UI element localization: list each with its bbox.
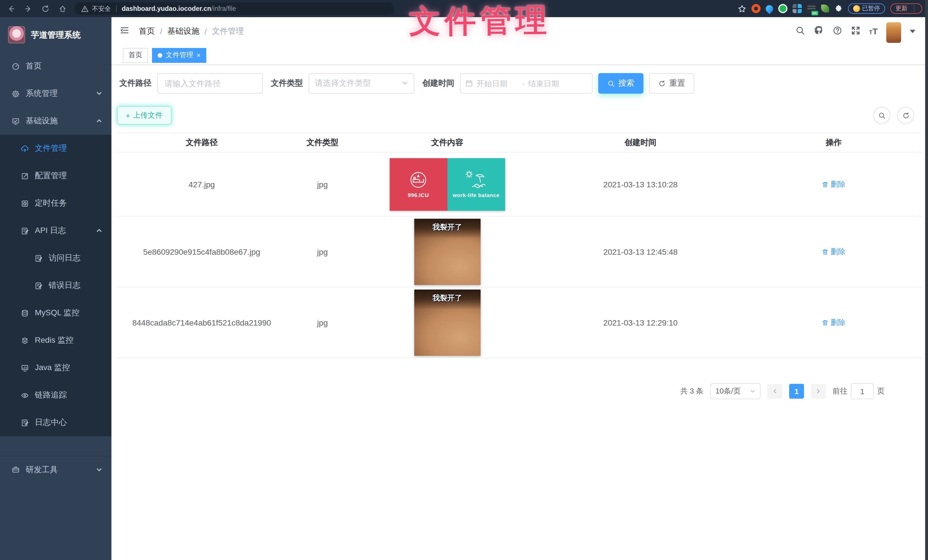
refresh-table-button[interactable] [897, 107, 914, 124]
col-header-type: 文件类型 [286, 137, 359, 148]
user-avatar[interactable] [886, 22, 901, 43]
address-bar[interactable]: 不安全 dashboard.yudao.iocoder.cn /infra/fi… [74, 2, 394, 15]
file-path-input[interactable] [157, 73, 263, 94]
sidebar-item-infra[interactable]: 基础设施 [0, 107, 111, 135]
end-date-input[interactable] [528, 79, 571, 88]
search-button[interactable]: 搜索 [598, 73, 643, 94]
file-type-select[interactable]: 请选择文件类型 [308, 73, 414, 94]
breadcrumb-separator: / [205, 27, 207, 36]
back-icon[interactable] [5, 2, 17, 15]
url-divider [116, 5, 117, 12]
sidebar-item-redis[interactable]: Redis 监控 [0, 327, 111, 354]
file-type-label: 文件类型 [271, 78, 303, 88]
upload-file-button[interactable]: + 上传文件 [117, 106, 171, 125]
col-header-action: 操作 [745, 137, 922, 148]
delete-button[interactable]: 删除 [822, 179, 846, 189]
tab-home[interactable]: 首页 [123, 48, 148, 62]
logo-row[interactable]: 芋道管理系统 [0, 17, 111, 53]
home-icon[interactable] [56, 2, 69, 15]
toggle-search-button[interactable] [873, 107, 890, 124]
search-icon[interactable] [795, 26, 805, 37]
extension-orange-icon[interactable] [751, 4, 760, 13]
calendar-icon [465, 79, 473, 87]
help-icon[interactable] [832, 26, 842, 37]
refresh-icon [658, 80, 666, 87]
trash-icon [822, 181, 829, 188]
start-date-input[interactable] [476, 79, 519, 88]
update-button[interactable]: 更新⋮ [890, 3, 922, 14]
sidebar-item-devtools[interactable]: 研发工具 [0, 456, 111, 483]
cell-actions: 删除 [745, 247, 922, 257]
eye-icon [21, 391, 29, 400]
sidebar-item-system[interactable]: 系统管理 [0, 80, 111, 107]
main-content: 文件路径 文件类型 请选择文件类型 创建时间 - 搜索 重置 [111, 65, 928, 560]
reset-button[interactable]: 重置 [649, 73, 694, 94]
sidebar-item-config[interactable]: 配置管理 [0, 162, 111, 190]
delete-button[interactable]: 删除 [822, 247, 846, 257]
next-page-button[interactable] [811, 384, 826, 399]
bookmark-star-icon[interactable] [737, 4, 746, 13]
goto-page-input[interactable] [851, 383, 874, 399]
extensions-puzzle-icon[interactable] [834, 4, 843, 13]
access-log-icon [34, 254, 43, 262]
close-tab-icon[interactable]: × [197, 52, 201, 59]
database-icon [21, 309, 29, 317]
create-time-label: 创建时间 [422, 78, 454, 88]
fullscreen-icon[interactable] [850, 26, 860, 37]
date-range-picker[interactable]: - [460, 73, 592, 94]
profile-paused-badge[interactable]: 已暂停 [848, 3, 885, 14]
forward-icon[interactable] [22, 2, 34, 15]
beach-icon [463, 170, 488, 190]
breadcrumb-home[interactable]: 首页 [139, 26, 155, 37]
font-size-icon[interactable]: TT [869, 26, 878, 37]
sidebar-item-api-log[interactable]: API 日志 [0, 217, 111, 245]
sidebar-item-log-center[interactable]: 日志中心 [0, 409, 111, 436]
extension-green-check-icon[interactable] [778, 4, 787, 13]
cell-file-path: 427.jpg [117, 180, 286, 189]
tab-file-manage[interactable]: 文件管理 × [152, 48, 206, 62]
sidebar-item-java[interactable]: Java 监控 [0, 354, 111, 382]
sidebar-item-error-log[interactable]: 错误日志 [0, 272, 111, 299]
file-preview-baby-meme: 我裂开了 [414, 218, 480, 285]
meme-caption: 我裂开了 [414, 293, 480, 303]
sidebar-menu: 首页 系统管理 基础设施 文件管理 配置管理 [0, 53, 111, 483]
dashboard-icon [11, 62, 20, 70]
sidebar-item-job[interactable]: 定时任务 [0, 190, 111, 217]
delete-button[interactable]: 删除 [822, 317, 846, 327]
navbar-actions: TT [795, 20, 928, 43]
col-header-time: 创建时间 [536, 137, 745, 148]
cell-file-type: jpg [286, 180, 359, 189]
bed-icon [409, 170, 428, 190]
breadcrumb: 首页 / 基础设施 / 文件管理 [139, 26, 244, 37]
browser-menu-icon[interactable]: ⋮ [911, 5, 917, 12]
reload-icon[interactable] [39, 2, 52, 15]
chevron-up-icon [96, 117, 102, 126]
user-menu-caret-icon[interactable] [910, 30, 916, 33]
extension-leaf-icon[interactable] [821, 5, 829, 12]
warning-icon [81, 5, 89, 12]
breadcrumb-infra[interactable]: 基础设施 [168, 26, 200, 37]
sidebar-fold-icon[interactable] [119, 25, 130, 38]
cell-create-time: 2021-03-13 13:10:28 [536, 180, 745, 189]
window-scrollbar[interactable] [925, 0, 928, 560]
sidebar-item-trace[interactable]: 链路追踪 [0, 382, 111, 409]
sidebar-item-home[interactable]: 首页 [0, 53, 111, 80]
search-icon [607, 80, 615, 87]
banner-left-text: 996.ICU [408, 192, 429, 198]
page-number-button[interactable]: 1 [789, 384, 804, 399]
prev-page-button[interactable] [768, 384, 782, 399]
plus-icon: + [126, 111, 130, 120]
sidebar-item-file-manage[interactable]: 文件管理 [0, 135, 111, 162]
sidebar-item-access-log[interactable]: 访问日志 [0, 245, 111, 272]
github-icon[interactable] [814, 25, 824, 38]
extension-proxy-icon[interactable]: on [807, 4, 816, 13]
extension-drop-icon[interactable] [764, 3, 775, 14]
chevron-down-icon [402, 79, 408, 88]
page-size-select[interactable]: 10条/页 [710, 383, 760, 399]
sidebar-item-mysql[interactable]: MySQL 监控 [0, 299, 111, 327]
filter-form: 文件路径 文件类型 请选择文件类型 创建时间 - 搜索 重置 [117, 73, 922, 94]
file-preview-baby-meme: 我裂开了 [414, 289, 480, 356]
file-table: 文件路径 文件类型 文件内容 创建时间 操作 427.jpg jpg 996.I… [117, 132, 922, 358]
extension-grid-icon[interactable] [792, 4, 801, 13]
col-header-path: 文件路径 [117, 137, 286, 148]
